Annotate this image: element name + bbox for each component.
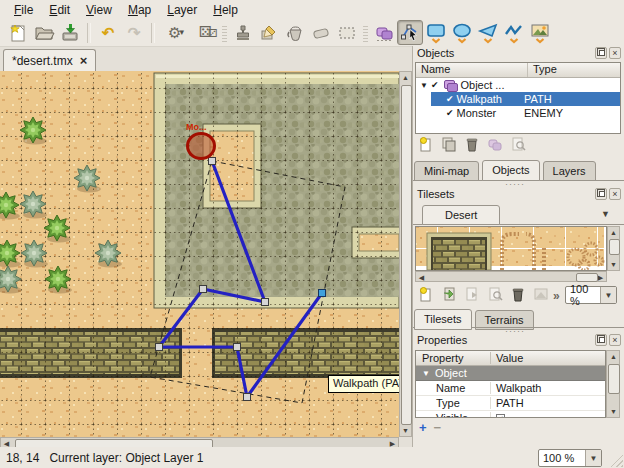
undo-button[interactable]: ↶ <box>95 20 121 45</box>
export-tileset-button[interactable] <box>464 286 480 302</box>
object-properties-button[interactable] <box>510 136 526 152</box>
combo-dropdown-icon[interactable]: ▼ <box>585 450 601 466</box>
save-map-button[interactable] <box>57 20 83 45</box>
menu-file[interactable]: File <box>6 2 41 18</box>
tab-desert-tmx[interactable]: *desert.tmx × <box>3 49 96 71</box>
tab-minimap[interactable]: Mini-map <box>414 161 479 181</box>
close-dock-icon[interactable]: × <box>609 188 621 200</box>
scroll-up-icon[interactable]: ▲ <box>608 227 619 238</box>
raise-object-button[interactable] <box>487 136 503 152</box>
window-resize-grip[interactable] <box>610 454 623 467</box>
scrollbar-thumb[interactable] <box>576 273 598 282</box>
property-group-object[interactable]: ▼Object <box>416 366 605 381</box>
toolbar-overflow-icon[interactable]: » <box>553 289 560 303</box>
tab-objects[interactable]: Objects <box>482 160 539 181</box>
checkbox-icon[interactable]: ✔ <box>431 80 439 90</box>
property-value[interactable]: PATH <box>491 397 605 409</box>
tileset-zoom-combo[interactable]: 100 % ▼ <box>565 286 617 304</box>
select-objects-button[interactable] <box>371 20 397 45</box>
tileset-list-dropdown-icon[interactable]: ▼ <box>601 209 610 219</box>
map-zoom-combo[interactable]: 100 % ▼ <box>538 449 602 467</box>
scroll-up-icon[interactable]: ▲ <box>400 72 411 83</box>
expander-icon[interactable]: ▼ <box>420 81 428 90</box>
eraser-button[interactable] <box>308 20 334 45</box>
rect-select-button[interactable] <box>334 20 360 45</box>
menu-view[interactable]: View <box>78 2 120 18</box>
float-dock-icon[interactable] <box>595 47 607 59</box>
tab-desert-tileset[interactable]: Desert <box>422 205 500 225</box>
edit-polygons-button[interactable] <box>397 20 423 45</box>
float-dock-icon[interactable] <box>595 188 607 200</box>
scroll-down-icon[interactable]: ▼ <box>608 259 619 270</box>
property-row-visible[interactable]: Visible ✔ <box>416 411 605 418</box>
stamp-brush-button[interactable] <box>230 20 256 45</box>
float-dock-icon[interactable] <box>595 334 607 346</box>
scroll-up-icon[interactable]: ▲ <box>608 351 619 362</box>
tree-row-object-layer[interactable]: ▼ ✔ Object ... <box>416 78 620 92</box>
duplicate-object-button[interactable] <box>441 136 457 152</box>
vertex-handle[interactable] <box>262 299 269 306</box>
visible-checkbox[interactable]: ✔ <box>496 414 505 418</box>
scrollbar-thumb[interactable] <box>401 85 412 425</box>
menu-map[interactable]: Map <box>120 2 159 18</box>
add-property-button[interactable]: + <box>419 420 427 435</box>
scroll-down-icon[interactable]: ▼ <box>400 425 411 436</box>
tileset-horizontal-scrollbar[interactable]: ◀ ▶ <box>415 271 607 282</box>
insert-rect-object-button[interactable] <box>423 20 449 45</box>
property-value[interactable]: Walkpath <box>491 382 605 394</box>
vertex-handle[interactable] <box>319 290 326 297</box>
expander-icon[interactable]: ▼ <box>422 369 430 378</box>
splitter-grip[interactable]: ····· <box>505 329 525 333</box>
insert-tile-object-button[interactable] <box>527 20 553 45</box>
new-map-button[interactable] <box>5 20 31 45</box>
remove-tileset-button[interactable] <box>510 286 526 302</box>
property-row-type[interactable]: Type PATH <box>416 396 605 411</box>
open-map-button[interactable] <box>31 20 57 45</box>
close-dock-icon[interactable]: × <box>609 47 621 59</box>
map-view[interactable]: Mo... Walkpath (PATH) <box>0 71 399 437</box>
add-object-button[interactable] <box>418 136 434 152</box>
close-dock-icon[interactable]: × <box>609 334 621 346</box>
embed-tileset-button[interactable] <box>441 286 457 302</box>
property-row-name[interactable]: Name Walkpath <box>416 381 605 396</box>
checkbox-icon[interactable]: ✔ <box>446 94 454 104</box>
insert-ellipse-object-button[interactable] <box>449 20 475 45</box>
checkbox-icon[interactable]: ✔ <box>446 108 454 118</box>
insert-polyline-object-button[interactable] <box>501 20 527 45</box>
random-mode-button[interactable]: ⚄⚂ <box>193 20 219 45</box>
redo-button[interactable]: ↷ <box>121 20 147 45</box>
vertex-handle[interactable] <box>156 344 163 351</box>
new-tileset-button[interactable] <box>418 286 434 302</box>
tileset-vertical-scrollbar[interactable]: ▲ ▼ <box>607 226 620 271</box>
vertex-handle[interactable] <box>234 344 241 351</box>
tileset-properties-button[interactable] <box>487 286 503 302</box>
bucket-fill-button[interactable] <box>282 20 308 45</box>
close-tab-icon[interactable]: × <box>80 56 88 66</box>
monster-ellipse-object[interactable] <box>188 134 215 159</box>
menu-help[interactable]: Help <box>205 2 246 18</box>
tab-tilesets[interactable]: Tilesets <box>414 309 472 330</box>
edit-terrain-button[interactable] <box>533 286 549 302</box>
vertex-handle[interactable] <box>244 394 251 401</box>
menu-layer[interactable]: Layer <box>159 2 205 18</box>
insert-polygon-object-button[interactable] <box>475 20 501 45</box>
combo-dropdown-icon[interactable]: ▼ <box>600 287 616 303</box>
remove-property-button[interactable]: − <box>434 420 442 435</box>
tree-row-monster[interactable]: ✔ Monster ENEMY <box>416 106 620 120</box>
properties-vertical-scrollbar[interactable]: ▲ ▼ <box>606 350 620 418</box>
tileset-view[interactable] <box>415 226 607 271</box>
scrollbar-thumb[interactable] <box>608 364 620 394</box>
remove-object-button[interactable] <box>464 136 480 152</box>
menu-edit[interactable]: Edit <box>41 2 78 18</box>
scroll-left-icon[interactable]: ◀ <box>416 272 427 283</box>
vertex-handle[interactable] <box>209 158 216 165</box>
scroll-down-icon[interactable]: ▼ <box>608 406 619 417</box>
map-vertical-scrollbar[interactable]: ▲ ▼ <box>399 71 412 437</box>
commands-button[interactable]: ⚙▾ <box>159 20 193 45</box>
scrollbar-thumb[interactable] <box>609 239 620 255</box>
splitter-grip[interactable]: ····· <box>505 182 525 186</box>
terrain-brush-button[interactable] <box>256 20 282 45</box>
vertex-handle[interactable] <box>200 286 207 293</box>
tree-row-walkpath[interactable]: ✔ Walkpath PATH <box>431 92 620 106</box>
tab-layers[interactable]: Layers <box>543 161 596 181</box>
